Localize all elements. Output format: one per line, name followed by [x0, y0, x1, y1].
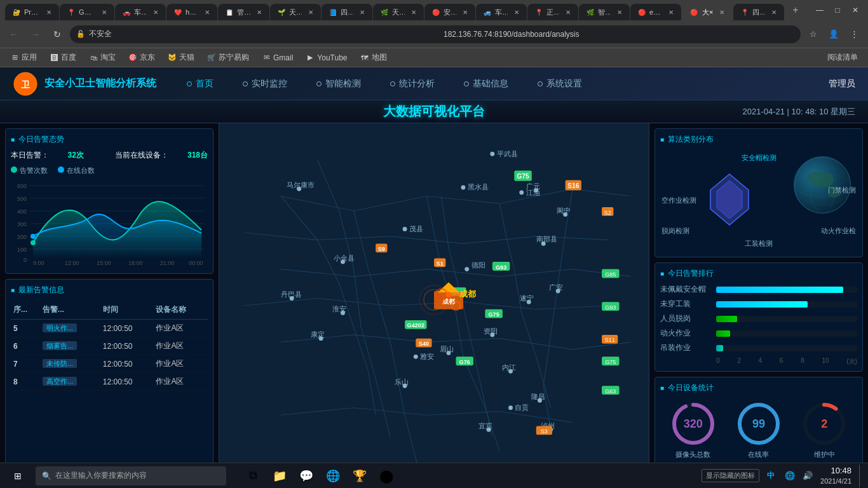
- browser-tab-3[interactable]: 🚗 车辆... ✕: [115, 4, 166, 20]
- browser-tab-2[interactable]: 📍 GPS车... ✕: [60, 4, 114, 20]
- bookmark-百度[interactable]: 🅱 百度: [44, 51, 81, 64]
- tab-close-button[interactable]: ✕: [719, 9, 724, 16]
- browser-tab-8[interactable]: 🌿 天然... ✕: [373, 4, 424, 20]
- alert-table-row[interactable]: 6 烟雾告... 12:00:50 作业A区: [11, 337, 208, 355]
- close-button[interactable]: ✕: [848, 3, 863, 18]
- tab-close-button[interactable]: ✕: [566, 9, 571, 16]
- bookmark-YouTube[interactable]: ▶ YouTube: [301, 52, 352, 64]
- start-button[interactable]: ⊞: [5, 463, 31, 489]
- tray-volume[interactable]: 🔊: [800, 468, 815, 484]
- new-tab-button[interactable]: +: [787, 2, 804, 18]
- svg-text:400: 400: [17, 208, 27, 215]
- ranking-label: 动火作业: [660, 328, 711, 339]
- ranking-bar-bg: [716, 301, 857, 308]
- tab-close-button[interactable]: ✕: [668, 9, 674, 16]
- device-stat-1: 99 在线率: [736, 402, 781, 459]
- system-clock[interactable]: 10:48 2021/4/21: [820, 465, 851, 487]
- browser-tab-11[interactable]: 📍 正在... ✕: [527, 4, 578, 20]
- dashboard: 大数据可视化平台 2021-04-21 | 10: 48: 10 星期三 今日告…: [0, 100, 868, 463]
- input-method[interactable]: 中: [764, 470, 777, 481]
- taskbar-chat[interactable]: 💬: [295, 464, 318, 487]
- tab-close-button[interactable]: ✕: [308, 9, 313, 16]
- browser-tab-4[interactable]: ❤️ https ✕: [166, 4, 217, 20]
- show-hidden-icons[interactable]: 显示隐藏的图标: [702, 469, 759, 482]
- svg-point-62: [465, 267, 469, 271]
- reading-list-button[interactable]: 阅读清单: [822, 51, 863, 64]
- tab-close-button[interactable]: ✕: [617, 9, 622, 16]
- bookmark-京东[interactable]: 🎯 京东: [123, 51, 160, 64]
- extensions-button[interactable]: ⋮: [845, 25, 863, 43]
- browser-tab-12[interactable]: 🌿 智能... ✕: [579, 4, 630, 20]
- browser-tab-10[interactable]: 🚙 车辆... ✕: [476, 4, 527, 20]
- browser-tab-6[interactable]: 🌱 天然... ✕: [270, 4, 321, 20]
- tab-close-button[interactable]: ✕: [102, 9, 107, 16]
- taskbar-edge[interactable]: 🌐: [322, 464, 344, 487]
- taskbar-shield[interactable]: 🏆: [348, 464, 371, 487]
- title-bar: 🔐 Pro 登录 ✕📍 GPS车... ✕🚗 车辆... ✕❤️ https ✕…: [0, 0, 868, 20]
- bookmark-star-button[interactable]: ☆: [804, 25, 822, 43]
- tab-close-button[interactable]: ✕: [46, 9, 51, 16]
- bookmark-Gmail[interactable]: ✉ Gmail: [257, 52, 298, 64]
- minimize-button[interactable]: —: [812, 3, 827, 18]
- tab-label: 车辆...: [495, 8, 508, 17]
- tab-close-button[interactable]: ✕: [771, 9, 776, 16]
- alert-table-row[interactable]: 5 明火作... 12:00:50 作业A区: [11, 320, 208, 337]
- svg-point-22: [31, 234, 36, 239]
- browser-tab-5[interactable]: 📋 管理F... ✕: [218, 4, 269, 20]
- nav-item-智能检测[interactable]: 智能检测: [311, 76, 366, 92]
- show-desktop-button[interactable]: [859, 464, 863, 487]
- tab-close-button[interactable]: ✕: [257, 9, 262, 16]
- taskbar-search[interactable]: 🔍 在这里输入你要搜索的内容: [36, 466, 226, 485]
- alert-table-row[interactable]: 8 高空作... 12:00:50 作业A区: [11, 373, 208, 391]
- taskbar-chrome[interactable]: ⬤: [375, 464, 398, 487]
- address-bar[interactable]: 🔓 不安全 182.136.76.74:8190/dashboard/analy…: [70, 25, 801, 43]
- main-nav: 首页 实时监控 智能检测 统计分析 基础信息 系统设置: [182, 76, 829, 92]
- refresh-button[interactable]: ↻: [48, 25, 66, 43]
- back-button[interactable]: ←: [5, 25, 23, 43]
- taskbar-taskview[interactable]: ⧉: [241, 464, 264, 487]
- device-stats-row: 320 摄像头总数 99 在线率 2 维护中: [660, 398, 857, 462]
- tab-close-button[interactable]: ✕: [463, 9, 468, 16]
- tray-network[interactable]: 🌐: [782, 468, 797, 484]
- browser-tab-1[interactable]: 🔐 Pro 登录 ✕: [5, 4, 59, 20]
- bookmark-苏宁易购[interactable]: 🛒 苏宁易购: [202, 51, 254, 64]
- nav-item-系统设置[interactable]: 系统设置: [532, 76, 587, 92]
- nav-label: 实时监控: [252, 78, 287, 90]
- bookmark-应用[interactable]: ⊞ 应用: [5, 51, 42, 64]
- bookmark-favicon: 🛒: [207, 53, 216, 62]
- svg-text:G75: G75: [605, 359, 616, 365]
- bookmark-天猫[interactable]: 🐱 天猫: [163, 51, 200, 64]
- map-container[interactable]: G75 S16 S9 S1 G93 G42: [219, 123, 649, 463]
- svg-text:乐山: 乐山: [395, 378, 409, 386]
- bookmark-地图[interactable]: 🗺 地图: [355, 51, 392, 64]
- tab-close-button[interactable]: ✕: [360, 9, 365, 16]
- nav-item-基础信息[interactable]: 基础信息: [459, 76, 513, 92]
- alert-table: 序... 告警... 时间 设备名称 5 明火作... 12:00:50 作业A…: [11, 301, 208, 391]
- browser-tab-9[interactable]: 🔴 安全... ✕: [424, 4, 475, 20]
- svg-text:阆中: 阆中: [557, 207, 571, 214]
- browser-tab-13[interactable]: 🔴 ebid... ✕: [630, 4, 681, 20]
- profile-button[interactable]: 👤: [825, 25, 843, 43]
- nav-item-统计分析[interactable]: 统计分析: [385, 76, 440, 92]
- svg-text:12:00: 12:00: [65, 260, 79, 266]
- right-panel: 算法类别分布: [649, 123, 868, 463]
- ranking-bar: [716, 345, 723, 351]
- bookmark-淘宝[interactable]: 🛍 淘宝: [84, 51, 121, 64]
- tab-close-button[interactable]: ✕: [514, 9, 519, 16]
- tab-close-button[interactable]: ✕: [411, 9, 416, 16]
- browser-tab-15[interactable]: 📍 四川... ✕: [733, 4, 784, 20]
- nav-item-实时监控[interactable]: 实时监控: [238, 76, 292, 92]
- nav-item-首页[interactable]: 首页: [182, 76, 219, 92]
- browser-tab-14[interactable]: 🔴 大× ✕: [682, 4, 733, 20]
- alert-table-row[interactable]: 7 未传防... 12:00:50 作业A区: [11, 355, 208, 373]
- forward-button[interactable]: →: [27, 25, 44, 43]
- tab-label: 天然...: [392, 8, 405, 17]
- browser-tab-7[interactable]: 📘 四川... ✕: [322, 4, 372, 20]
- tab-close-button[interactable]: ✕: [153, 9, 158, 16]
- tab-favicon: 🚗: [123, 8, 130, 17]
- nav-label: 智能检测: [325, 78, 361, 90]
- tab-close-button[interactable]: ✕: [205, 9, 210, 16]
- taskbar-explorer[interactable]: 📁: [268, 464, 291, 487]
- maximize-button[interactable]: □: [830, 3, 845, 18]
- algo-label-helmet: 安全帽检测: [742, 153, 776, 163]
